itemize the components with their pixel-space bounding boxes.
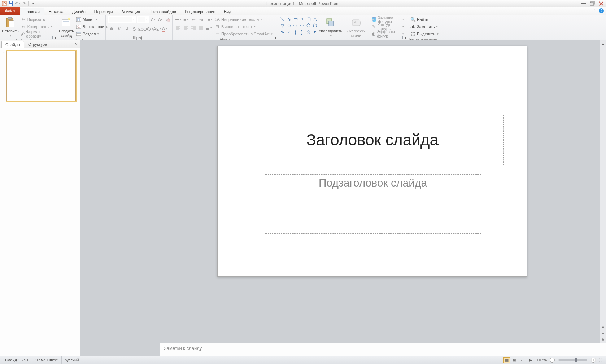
strike-icon[interactable]: S bbox=[131, 25, 138, 32]
undo-icon[interactable]: ↶▾ bbox=[14, 1, 20, 6]
tab-insert[interactable]: Вставка bbox=[44, 8, 68, 15]
close-button[interactable] bbox=[598, 1, 605, 6]
reading-view-icon[interactable]: ▭ bbox=[519, 357, 526, 363]
sorter-view-icon[interactable]: ⊞ bbox=[511, 357, 518, 363]
fit-window-icon[interactable]: ⛶ bbox=[597, 357, 604, 363]
scroll-up-icon[interactable]: ▲ bbox=[600, 40, 606, 47]
qat-customize-icon[interactable]: ▾ bbox=[30, 1, 36, 6]
line-spacing-icon[interactable]: ‡≡▾ bbox=[205, 16, 212, 23]
tab-review[interactable]: Рецензирование bbox=[180, 8, 220, 15]
shape-free[interactable]: ⟋ bbox=[286, 29, 292, 35]
tab-outline-pane[interactable]: Структура bbox=[24, 41, 51, 48]
columns-icon[interactable]: ≣▾ bbox=[205, 24, 212, 31]
align-left-icon[interactable] bbox=[175, 24, 182, 31]
new-slide-button[interactable]: Создать слайд bbox=[59, 16, 74, 38]
copy-button[interactable]: ⎘Копировать▾ bbox=[20, 23, 55, 30]
prev-slide-icon[interactable]: ≙ bbox=[600, 330, 606, 337]
paragraph-dialog-launcher[interactable] bbox=[273, 36, 276, 39]
underline-icon[interactable]: Ч bbox=[123, 25, 130, 32]
layout-button[interactable]: Макет▾ bbox=[75, 16, 109, 23]
normal-view-icon[interactable]: ▦ bbox=[503, 357, 510, 363]
subtitle-placeholder[interactable]: Подзаголовок слайда bbox=[265, 174, 481, 234]
notes-pane[interactable]: Заметки к слайду bbox=[160, 343, 606, 356]
status-slide-number[interactable]: Слайд 1 из 1 bbox=[2, 356, 32, 364]
zoom-slider-thumb[interactable] bbox=[575, 358, 577, 362]
arrange-button[interactable]: Упорядочить▾ bbox=[319, 16, 341, 38]
zoom-out-button[interactable]: − bbox=[550, 358, 555, 363]
redo-icon[interactable]: ↷ bbox=[21, 1, 27, 6]
minimize-button[interactable] bbox=[581, 1, 587, 6]
status-theme[interactable]: "Тема Office" bbox=[32, 356, 62, 364]
zoom-in-button[interactable]: + bbox=[591, 358, 596, 363]
shadow-icon[interactable]: abc bbox=[138, 25, 145, 32]
shape-expand[interactable]: ▾ bbox=[312, 29, 318, 35]
app-icon[interactable]: P bbox=[1, 1, 7, 6]
tab-design[interactable]: Дизайн bbox=[68, 8, 90, 15]
zoom-slider[interactable] bbox=[558, 359, 587, 361]
shape-arrow[interactable]: ↘ bbox=[286, 16, 292, 22]
italic-icon[interactable]: К bbox=[115, 25, 123, 32]
shape-triangle[interactable]: ▽ bbox=[279, 22, 285, 28]
clear-format-icon[interactable] bbox=[164, 16, 171, 23]
reset-button[interactable]: Восстановить bbox=[75, 23, 109, 30]
numbering-icon[interactable]: ≡▾ bbox=[182, 16, 189, 23]
help-icon[interactable]: ? bbox=[599, 8, 604, 13]
shape-line[interactable]: ＼ bbox=[279, 16, 285, 22]
font-dialog-launcher[interactable] bbox=[168, 36, 171, 39]
tab-transitions[interactable]: Переходы bbox=[90, 8, 117, 15]
font-family-combo[interactable]: ▾ bbox=[108, 16, 136, 23]
case-icon[interactable]: Aa▾ bbox=[153, 25, 161, 32]
replace-button[interactable]: abЗаменить▾ bbox=[409, 23, 439, 30]
next-slide-icon[interactable]: ≚ bbox=[600, 337, 606, 343]
save-icon[interactable] bbox=[8, 1, 14, 6]
shape-pentagon[interactable]: ⬠ bbox=[305, 22, 311, 28]
tab-slideshow[interactable]: Показ слайдов bbox=[144, 8, 180, 15]
format-painter-button[interactable]: 🖌Формат по образцу bbox=[20, 30, 55, 37]
tab-slides-pane[interactable]: Слайды bbox=[1, 41, 24, 48]
align-text-button[interactable]: ⊟Выровнять текст▾ bbox=[214, 23, 273, 30]
outdent-icon[interactable]: ⇤ bbox=[190, 16, 197, 23]
slide-canvas[interactable]: Заголовок слайда Подзаголовок слайда bbox=[217, 46, 527, 277]
zoom-value[interactable]: 107% bbox=[537, 358, 547, 362]
tab-view[interactable]: Вид bbox=[220, 8, 236, 15]
shape-star[interactable]: ☆ bbox=[305, 29, 311, 35]
side-panel-close-icon[interactable]: × bbox=[75, 42, 78, 47]
align-right-icon[interactable] bbox=[190, 24, 197, 31]
font-size-combo[interactable]: ▾ bbox=[137, 16, 149, 23]
shapes-gallery[interactable]: ＼ ↘ ▭ ○ ▢ △ ▽ ◇ ⇨ ⇦ ⬠ ⬡ ∿ ⟋ { } ☆ ▾ bbox=[279, 16, 318, 35]
cut-button[interactable]: ✂Вырезать bbox=[20, 16, 55, 23]
font-family-input[interactable] bbox=[109, 17, 132, 22]
shape-diamond[interactable]: ◇ bbox=[286, 22, 292, 28]
text-direction-button[interactable]: ↕AНаправление текста▾ bbox=[214, 16, 273, 23]
find-button[interactable]: 🔍Найти bbox=[409, 16, 439, 23]
scroll-down-icon[interactable]: ▼ bbox=[600, 324, 606, 330]
shape-hex[interactable]: ⬡ bbox=[312, 22, 318, 28]
title-placeholder[interactable]: Заголовок слайда bbox=[241, 115, 504, 165]
paste-button[interactable]: Вставить▾ bbox=[2, 16, 18, 38]
quick-styles-button[interactable]: Abc Экспресс-стили▾ bbox=[343, 16, 369, 43]
bullets-icon[interactable]: ☰▾ bbox=[175, 16, 182, 23]
shape-oval[interactable]: ○ bbox=[299, 16, 305, 22]
shape-effects-button[interactable]: ◐Эффекты фигур▾ bbox=[371, 30, 405, 37]
tab-file[interactable]: Файл bbox=[0, 7, 20, 15]
shrink-font-icon[interactable]: A▾ bbox=[157, 16, 164, 23]
thumbnail-preview[interactable] bbox=[6, 51, 76, 101]
font-size-input[interactable] bbox=[138, 17, 145, 22]
tab-animation[interactable]: Анимация bbox=[117, 8, 144, 15]
drawing-dialog-launcher[interactable] bbox=[402, 36, 406, 39]
select-button[interactable]: ⬚Выделить▾ bbox=[409, 30, 439, 37]
indent-icon[interactable]: ⇥ bbox=[197, 16, 205, 23]
bold-icon[interactable]: Ж bbox=[108, 25, 115, 32]
tab-home[interactable]: Главная bbox=[20, 8, 44, 15]
shape-roundrect[interactable]: ▢ bbox=[305, 16, 311, 22]
thumbnail-item[interactable]: 1 bbox=[1, 51, 78, 101]
clipboard-dialog-launcher[interactable] bbox=[52, 36, 56, 39]
shape-arrow2[interactable]: ⇨ bbox=[292, 22, 298, 28]
shape-curve[interactable]: ∿ bbox=[279, 29, 285, 35]
align-center-icon[interactable] bbox=[182, 24, 189, 31]
shape-brace[interactable]: { bbox=[292, 29, 298, 35]
shape-more1[interactable]: △ bbox=[312, 16, 318, 22]
shape-arrow3[interactable]: ⇦ bbox=[299, 22, 305, 28]
grow-font-icon[interactable]: A▴ bbox=[150, 16, 156, 23]
smartart-button[interactable]: ▭Преобразовать в SmartArt▾ bbox=[214, 30, 273, 37]
